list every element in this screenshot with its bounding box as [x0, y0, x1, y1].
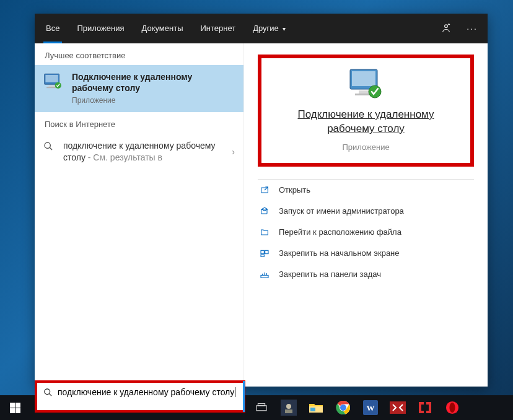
taskbar-app-brackets[interactable] [411, 395, 439, 420]
svg-rect-2 [45, 75, 58, 82]
action-pin-taskbar[interactable]: Закрепить на панели задач [258, 264, 474, 285]
svg-rect-15 [265, 250, 268, 253]
open-icon [258, 185, 271, 195]
taskbar-file-explorer[interactable] [302, 395, 330, 420]
action-file-location[interactable]: Перейти к расположению файла [258, 222, 474, 243]
action-open-label: Открыть [279, 185, 310, 195]
taskbar-opera[interactable] [439, 395, 466, 420]
action-pin-start[interactable]: Закрепить на начальном экране [258, 243, 474, 264]
web-result-tail: - См. результаты в [86, 152, 162, 162]
best-match-text: Подключение к удаленному рабочему столу … [72, 71, 235, 105]
action-pin-taskbar-label: Закрепить на панели задач [279, 269, 381, 279]
svg-rect-17 [261, 275, 268, 278]
tab-apps[interactable]: Приложения [68, 14, 133, 43]
rdp-app-icon [43, 71, 64, 92]
svg-rect-23 [285, 409, 292, 413]
preview-title: Подключение к удаленному рабочему столу [268, 108, 464, 136]
rdp-app-icon-large [346, 67, 386, 102]
svg-point-22 [286, 404, 291, 409]
action-run-admin[interactable]: Запуск от имени администратора [258, 201, 474, 222]
pin-start-icon [258, 248, 271, 258]
taskbar-pinned-apps: W [248, 395, 466, 420]
tab-internet[interactable]: Интернет [191, 14, 244, 43]
svg-rect-9 [359, 90, 369, 94]
taskbar-app-1[interactable] [275, 395, 302, 420]
svg-rect-8 [352, 71, 375, 86]
search-icon [43, 388, 53, 397]
tab-documents[interactable]: Документы [133, 14, 191, 43]
ellipsis-icon: ··· [467, 24, 478, 33]
preview-subtitle: Приложение [268, 142, 464, 152]
results-right-column: Подключение к удаленному рабочему столу … [244, 43, 488, 387]
best-match-result[interactable]: Подключение к удаленному рабочему столу … [35, 65, 243, 112]
search-icon [43, 141, 57, 151]
search-filter-tabs: Все Приложения Документы Интернет Другие… [35, 14, 488, 43]
svg-rect-35 [419, 411, 424, 413]
svg-rect-3 [49, 85, 55, 87]
admin-icon [258, 206, 271, 216]
chevron-right-icon[interactable]: › [232, 147, 235, 157]
svg-rect-34 [419, 402, 424, 405]
taskbar-app-red[interactable] [384, 395, 411, 420]
best-match-subtitle: Приложение [72, 96, 235, 105]
action-open[interactable]: Открыть [258, 180, 474, 201]
svg-point-18 [45, 389, 50, 395]
search-input-value: подключение к удаленному рабочему столу [58, 387, 237, 398]
best-match-header: Лучшее соответствие [35, 43, 243, 65]
svg-rect-37 [426, 411, 431, 413]
web-search-header: Поиск в Интернете [35, 112, 243, 134]
search-focus-indicator [243, 381, 245, 412]
action-pin-start-label: Закрепить на начальном экране [279, 248, 400, 258]
results-left-column: Лучшее соответствие Подключение к удален… [35, 43, 244, 387]
windows-logo-icon [10, 403, 20, 413]
start-button[interactable] [0, 395, 30, 420]
best-match-title: Подключение к удаленному рабочему столу [72, 71, 235, 94]
svg-point-6 [45, 142, 50, 148]
web-result-text: подключение к удаленному рабочему столу … [63, 140, 235, 164]
tab-all[interactable]: Все [37, 14, 68, 43]
svg-rect-14 [261, 250, 264, 253]
options-button[interactable]: ··· [459, 14, 485, 43]
chevron-down-icon: ▾ [283, 25, 286, 32]
svg-text:W: W [367, 403, 375, 413]
svg-rect-16 [261, 255, 264, 256]
svg-rect-31 [390, 401, 406, 414]
svg-rect-36 [426, 402, 431, 405]
svg-point-0 [445, 25, 448, 28]
action-file-location-label: Перейти к расположению файла [279, 227, 401, 237]
result-preview-card[interactable]: Подключение к удаленному рабочему столу … [258, 55, 474, 167]
preview-actions-list: Открыть Запуск от имени администратора П… [258, 179, 474, 285]
tab-more-label: Другие [253, 24, 279, 33]
taskbar-word[interactable]: W [357, 395, 384, 420]
taskbar-chrome[interactable] [330, 395, 357, 420]
svg-rect-20 [258, 404, 265, 406]
search-results-body: Лучшее соответствие Подключение к удален… [35, 43, 488, 387]
svg-point-39 [449, 403, 455, 413]
web-search-result[interactable]: подключение к удаленному рабочему столу … [35, 134, 243, 170]
task-view-button[interactable] [248, 395, 275, 420]
action-run-admin-label: Запуск от имени администратора [279, 206, 404, 216]
taskbar-search-box[interactable]: подключение к удаленному рабочему столу [35, 380, 245, 413]
start-search-panel: Все Приложения Документы Интернет Другие… [35, 14, 488, 387]
svg-rect-25 [310, 408, 315, 411]
pin-taskbar-icon [258, 269, 271, 279]
feedback-button[interactable] [433, 14, 459, 43]
tab-more[interactable]: Другие▾ [244, 14, 294, 43]
folder-icon [258, 227, 271, 237]
svg-rect-19 [256, 406, 266, 411]
